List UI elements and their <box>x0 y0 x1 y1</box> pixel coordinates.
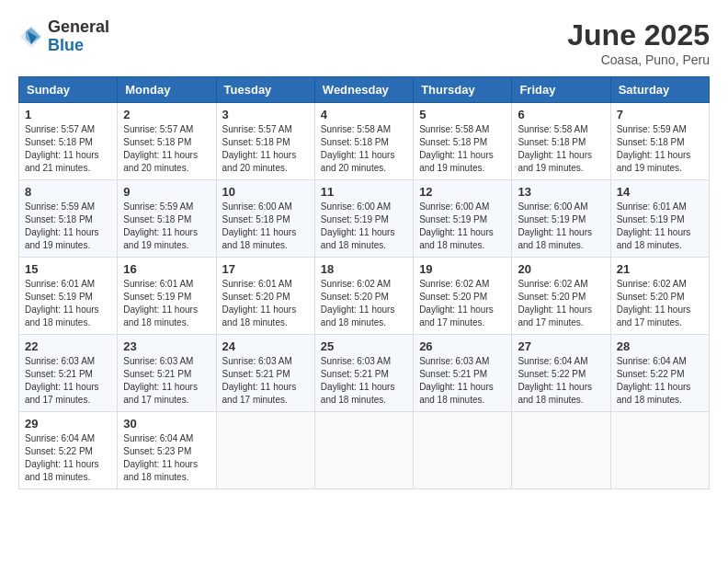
day-info: Sunrise: 6:01 AM Sunset: 5:20 PM Dayligh… <box>222 278 309 329</box>
weekday-header-tuesday: Tuesday <box>216 77 314 103</box>
calendar-cell: 3Sunrise: 5:57 AM Sunset: 5:18 PM Daylig… <box>216 103 314 180</box>
day-number: 9 <box>123 185 210 199</box>
calendar-week-row: 22Sunrise: 6:03 AM Sunset: 5:21 PM Dayli… <box>19 335 710 412</box>
day-number: 22 <box>25 339 111 353</box>
day-number: 16 <box>123 262 210 276</box>
day-number: 24 <box>222 339 309 353</box>
day-info: Sunrise: 5:58 AM Sunset: 5:18 PM Dayligh… <box>419 123 506 175</box>
day-number: 1 <box>25 108 111 121</box>
calendar-cell: 6Sunrise: 5:58 AM Sunset: 5:18 PM Daylig… <box>512 103 610 180</box>
day-info: Sunrise: 6:04 AM Sunset: 5:22 PM Dayligh… <box>617 355 703 407</box>
day-number: 13 <box>518 185 604 199</box>
day-number: 23 <box>123 339 210 353</box>
calendar-cell: 30Sunrise: 6:04 AM Sunset: 5:23 PM Dayli… <box>118 412 216 489</box>
day-info: Sunrise: 6:00 AM Sunset: 5:18 PM Dayligh… <box>222 201 309 252</box>
weekday-header-friday: Friday <box>512 77 610 103</box>
day-number: 25 <box>321 339 407 353</box>
calendar-cell: 22Sunrise: 6:03 AM Sunset: 5:21 PM Dayli… <box>19 335 118 412</box>
calendar-cell <box>314 412 413 489</box>
weekday-header-monday: Monday <box>118 77 216 103</box>
calendar-week-row: 15Sunrise: 6:01 AM Sunset: 5:19 PM Dayli… <box>19 258 710 335</box>
day-number: 27 <box>518 339 604 353</box>
calendar-cell: 24Sunrise: 6:03 AM Sunset: 5:21 PM Dayli… <box>216 335 314 412</box>
day-info: Sunrise: 5:59 AM Sunset: 5:18 PM Dayligh… <box>123 201 210 252</box>
day-info: Sunrise: 5:57 AM Sunset: 5:18 PM Dayligh… <box>222 123 309 175</box>
day-info: Sunrise: 6:02 AM Sunset: 5:20 PM Dayligh… <box>419 278 506 329</box>
day-number: 29 <box>25 417 111 431</box>
calendar-week-row: 29Sunrise: 6:04 AM Sunset: 5:22 PM Dayli… <box>19 412 710 489</box>
calendar-cell: 11Sunrise: 6:00 AM Sunset: 5:19 PM Dayli… <box>314 180 413 258</box>
calendar-cell: 20Sunrise: 6:02 AM Sunset: 5:20 PM Dayli… <box>512 258 610 335</box>
calendar-cell: 16Sunrise: 6:01 AM Sunset: 5:19 PM Dayli… <box>118 258 216 335</box>
month-title: June 2025 <box>567 18 710 52</box>
day-info: Sunrise: 5:57 AM Sunset: 5:18 PM Dayligh… <box>25 123 111 175</box>
day-number: 21 <box>617 262 703 276</box>
day-info: Sunrise: 6:00 AM Sunset: 5:19 PM Dayligh… <box>518 201 604 252</box>
title-area: June 2025 Coasa, Puno, Peru <box>567 18 710 67</box>
day-info: Sunrise: 6:04 AM Sunset: 5:23 PM Dayligh… <box>123 432 210 484</box>
day-info: Sunrise: 6:03 AM Sunset: 5:21 PM Dayligh… <box>123 355 210 407</box>
calendar-cell: 29Sunrise: 6:04 AM Sunset: 5:22 PM Dayli… <box>19 412 118 489</box>
day-number: 20 <box>518 262 604 276</box>
day-info: Sunrise: 5:57 AM Sunset: 5:18 PM Dayligh… <box>123 123 210 175</box>
day-number: 7 <box>617 108 703 121</box>
calendar-cell: 23Sunrise: 6:03 AM Sunset: 5:21 PM Dayli… <box>118 335 216 412</box>
calendar-cell: 13Sunrise: 6:00 AM Sunset: 5:19 PM Dayli… <box>512 180 610 258</box>
calendar-cell: 17Sunrise: 6:01 AM Sunset: 5:20 PM Dayli… <box>216 258 314 335</box>
calendar-cell <box>610 412 709 489</box>
day-number: 18 <box>321 262 407 276</box>
calendar-cell: 21Sunrise: 6:02 AM Sunset: 5:20 PM Dayli… <box>610 258 709 335</box>
day-number: 8 <box>25 185 111 199</box>
calendar-table: SundayMondayTuesdayWednesdayThursdayFrid… <box>18 76 710 489</box>
calendar-cell: 4Sunrise: 5:58 AM Sunset: 5:18 PM Daylig… <box>314 103 413 180</box>
logo-blue-text: Blue <box>48 37 109 55</box>
calendar-cell: 7Sunrise: 5:59 AM Sunset: 5:18 PM Daylig… <box>610 103 709 180</box>
calendar-week-row: 8Sunrise: 5:59 AM Sunset: 5:18 PM Daylig… <box>19 180 710 258</box>
day-info: Sunrise: 6:01 AM Sunset: 5:19 PM Dayligh… <box>123 278 210 329</box>
day-info: Sunrise: 5:59 AM Sunset: 5:18 PM Dayligh… <box>617 123 703 175</box>
calendar-cell: 9Sunrise: 5:59 AM Sunset: 5:18 PM Daylig… <box>118 180 216 258</box>
day-info: Sunrise: 6:02 AM Sunset: 5:20 PM Dayligh… <box>617 278 703 329</box>
calendar-cell: 2Sunrise: 5:57 AM Sunset: 5:18 PM Daylig… <box>118 103 216 180</box>
calendar-cell: 8Sunrise: 5:59 AM Sunset: 5:18 PM Daylig… <box>19 180 118 258</box>
day-number: 4 <box>321 108 407 121</box>
weekday-header-thursday: Thursday <box>414 77 512 103</box>
day-info: Sunrise: 5:58 AM Sunset: 5:18 PM Dayligh… <box>518 123 604 175</box>
page-header: General Blue June 2025 Coasa, Puno, Peru <box>18 18 710 67</box>
calendar-week-row: 1Sunrise: 5:57 AM Sunset: 5:18 PM Daylig… <box>19 103 710 180</box>
day-info: Sunrise: 5:59 AM Sunset: 5:18 PM Dayligh… <box>25 201 111 252</box>
day-number: 15 <box>25 262 111 276</box>
calendar-cell: 25Sunrise: 6:03 AM Sunset: 5:21 PM Dayli… <box>314 335 413 412</box>
day-number: 3 <box>222 108 309 121</box>
calendar-cell: 26Sunrise: 6:03 AM Sunset: 5:21 PM Dayli… <box>414 335 512 412</box>
day-number: 28 <box>617 339 703 353</box>
day-info: Sunrise: 6:03 AM Sunset: 5:21 PM Dayligh… <box>419 355 506 407</box>
calendar-cell: 27Sunrise: 6:04 AM Sunset: 5:22 PM Dayli… <box>512 335 610 412</box>
day-info: Sunrise: 6:03 AM Sunset: 5:21 PM Dayligh… <box>321 355 407 407</box>
calendar-cell: 12Sunrise: 6:00 AM Sunset: 5:19 PM Dayli… <box>414 180 512 258</box>
day-info: Sunrise: 5:58 AM Sunset: 5:18 PM Dayligh… <box>321 123 407 175</box>
day-number: 5 <box>419 108 506 121</box>
day-info: Sunrise: 6:03 AM Sunset: 5:21 PM Dayligh… <box>222 355 309 407</box>
day-number: 30 <box>123 417 210 431</box>
location: Coasa, Puno, Peru <box>567 52 710 67</box>
logo: General Blue <box>18 18 109 55</box>
day-number: 14 <box>617 185 703 199</box>
day-info: Sunrise: 6:04 AM Sunset: 5:22 PM Dayligh… <box>518 355 604 407</box>
calendar-cell: 18Sunrise: 6:02 AM Sunset: 5:20 PM Dayli… <box>314 258 413 335</box>
day-number: 12 <box>419 185 506 199</box>
calendar-cell: 1Sunrise: 5:57 AM Sunset: 5:18 PM Daylig… <box>19 103 118 180</box>
day-info: Sunrise: 6:00 AM Sunset: 5:19 PM Dayligh… <box>419 201 506 252</box>
weekday-header-saturday: Saturday <box>610 77 709 103</box>
day-number: 11 <box>321 185 407 199</box>
calendar-cell <box>216 412 314 489</box>
logo-general-text: General <box>48 18 109 37</box>
calendar-cell: 14Sunrise: 6:01 AM Sunset: 5:19 PM Dayli… <box>610 180 709 258</box>
day-info: Sunrise: 6:04 AM Sunset: 5:22 PM Dayligh… <box>25 432 111 484</box>
day-info: Sunrise: 6:02 AM Sunset: 5:20 PM Dayligh… <box>321 278 407 329</box>
day-info: Sunrise: 6:01 AM Sunset: 5:19 PM Dayligh… <box>25 278 111 329</box>
weekday-header-wednesday: Wednesday <box>314 77 413 103</box>
logo-text: General Blue <box>48 18 109 55</box>
calendar-cell: 10Sunrise: 6:00 AM Sunset: 5:18 PM Dayli… <box>216 180 314 258</box>
weekday-header-sunday: Sunday <box>19 77 118 103</box>
